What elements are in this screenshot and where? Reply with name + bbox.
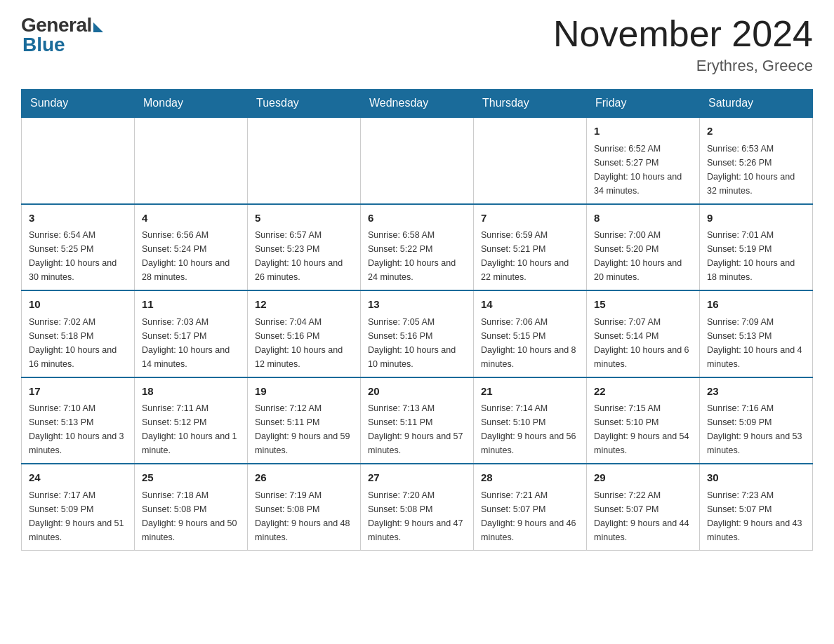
day-number: 2: [707, 123, 805, 140]
day-number: 20: [368, 384, 466, 400]
location-text: Erythres, Greece: [553, 57, 813, 75]
calendar-cell: 2Sunrise: 6:53 AMSunset: 5:26 PMDaylight…: [700, 117, 813, 204]
page-header: General Blue November 2024 Erythres, Gre…: [21, 14, 813, 75]
day-info: Sunrise: 7:00 AMSunset: 5:20 PMDaylight:…: [594, 228, 692, 284]
day-number: 22: [594, 384, 692, 400]
day-info: Sunrise: 7:02 AMSunset: 5:18 PMDaylight:…: [29, 315, 127, 371]
day-info: Sunrise: 7:07 AMSunset: 5:14 PMDaylight:…: [594, 315, 692, 371]
day-number: 25: [142, 470, 240, 486]
day-number: 10: [29, 297, 127, 313]
calendar-cell: 9Sunrise: 7:01 AMSunset: 5:19 PMDaylight…: [700, 204, 813, 291]
calendar-cell: 25Sunrise: 7:18 AMSunset: 5:08 PMDayligh…: [135, 464, 248, 550]
day-number: 4: [142, 210, 240, 227]
day-info: Sunrise: 7:11 AMSunset: 5:12 PMDaylight:…: [142, 401, 240, 457]
calendar-cell: 21Sunrise: 7:14 AMSunset: 5:10 PMDayligh…: [474, 377, 587, 464]
day-info: Sunrise: 7:19 AMSunset: 5:08 PMDaylight:…: [255, 488, 353, 544]
day-info: Sunrise: 6:58 AMSunset: 5:22 PMDaylight:…: [368, 228, 466, 284]
day-number: 8: [594, 210, 692, 227]
calendar-cell: [248, 117, 361, 204]
calendar-week-row: 17Sunrise: 7:10 AMSunset: 5:13 PMDayligh…: [22, 377, 813, 464]
calendar-cell: 4Sunrise: 6:56 AMSunset: 5:24 PMDaylight…: [135, 204, 248, 291]
calendar-cell: 6Sunrise: 6:58 AMSunset: 5:22 PMDaylight…: [361, 204, 474, 291]
calendar-cell: 17Sunrise: 7:10 AMSunset: 5:13 PMDayligh…: [22, 377, 135, 464]
day-info: Sunrise: 7:16 AMSunset: 5:09 PMDaylight:…: [707, 401, 805, 457]
day-number: 26: [255, 470, 353, 486]
day-number: 29: [594, 470, 692, 486]
calendar-cell: [22, 117, 135, 204]
day-number: 27: [368, 470, 466, 486]
day-info: Sunrise: 7:09 AMSunset: 5:13 PMDaylight:…: [707, 315, 805, 371]
day-number: 12: [255, 297, 353, 313]
calendar-cell: 18Sunrise: 7:11 AMSunset: 5:12 PMDayligh…: [135, 377, 248, 464]
month-title: November 2024: [553, 14, 813, 54]
day-number: 19: [255, 384, 353, 400]
calendar-cell: 22Sunrise: 7:15 AMSunset: 5:10 PMDayligh…: [587, 377, 700, 464]
calendar-cell: 15Sunrise: 7:07 AMSunset: 5:14 PMDayligh…: [587, 290, 700, 377]
calendar-cell: 30Sunrise: 7:23 AMSunset: 5:07 PMDayligh…: [700, 464, 813, 550]
day-number: 3: [29, 210, 127, 227]
day-info: Sunrise: 7:14 AMSunset: 5:10 PMDaylight:…: [481, 401, 579, 457]
calendar-cell: 19Sunrise: 7:12 AMSunset: 5:11 PMDayligh…: [248, 377, 361, 464]
day-number: 6: [368, 210, 466, 227]
day-number: 18: [142, 384, 240, 400]
calendar-cell: 1Sunrise: 6:52 AMSunset: 5:27 PMDaylight…: [587, 117, 700, 204]
day-number: 28: [481, 470, 579, 486]
day-number: 21: [481, 384, 579, 400]
calendar-cell: 13Sunrise: 7:05 AMSunset: 5:16 PMDayligh…: [361, 290, 474, 377]
day-number: 11: [142, 297, 240, 313]
day-number: 15: [594, 297, 692, 313]
day-number: 23: [707, 384, 805, 400]
day-info: Sunrise: 6:57 AMSunset: 5:23 PMDaylight:…: [255, 228, 353, 284]
day-number: 16: [707, 297, 805, 313]
calendar-cell: 3Sunrise: 6:54 AMSunset: 5:25 PMDaylight…: [22, 204, 135, 291]
calendar-cell: 28Sunrise: 7:21 AMSunset: 5:07 PMDayligh…: [474, 464, 587, 550]
day-number: 5: [255, 210, 353, 227]
day-info: Sunrise: 7:17 AMSunset: 5:09 PMDaylight:…: [29, 488, 127, 544]
day-info: Sunrise: 7:15 AMSunset: 5:10 PMDaylight:…: [594, 401, 692, 457]
calendar-cell: [361, 117, 474, 204]
calendar-cell: 29Sunrise: 7:22 AMSunset: 5:07 PMDayligh…: [587, 464, 700, 550]
day-info: Sunrise: 6:59 AMSunset: 5:21 PMDaylight:…: [481, 228, 579, 284]
calendar-header-wednesday: Wednesday: [361, 90, 474, 118]
calendar-week-row: 24Sunrise: 7:17 AMSunset: 5:09 PMDayligh…: [22, 464, 813, 550]
day-info: Sunrise: 7:20 AMSunset: 5:08 PMDaylight:…: [368, 488, 466, 544]
calendar-cell: [474, 117, 587, 204]
day-number: 17: [29, 384, 127, 400]
day-info: Sunrise: 7:13 AMSunset: 5:11 PMDaylight:…: [368, 401, 466, 457]
calendar-cell: 7Sunrise: 6:59 AMSunset: 5:21 PMDaylight…: [474, 204, 587, 291]
day-info: Sunrise: 7:04 AMSunset: 5:16 PMDaylight:…: [255, 315, 353, 371]
day-info: Sunrise: 7:06 AMSunset: 5:15 PMDaylight:…: [481, 315, 579, 371]
day-info: Sunrise: 7:18 AMSunset: 5:08 PMDaylight:…: [142, 488, 240, 544]
calendar-header-tuesday: Tuesday: [248, 90, 361, 118]
day-info: Sunrise: 6:53 AMSunset: 5:26 PMDaylight:…: [707, 142, 805, 198]
day-info: Sunrise: 7:05 AMSunset: 5:16 PMDaylight:…: [368, 315, 466, 371]
calendar-header-thursday: Thursday: [474, 90, 587, 118]
calendar-cell: 24Sunrise: 7:17 AMSunset: 5:09 PMDayligh…: [22, 464, 135, 550]
day-number: 9: [707, 210, 805, 227]
calendar-week-row: 3Sunrise: 6:54 AMSunset: 5:25 PMDaylight…: [22, 204, 813, 291]
calendar-cell: 5Sunrise: 6:57 AMSunset: 5:23 PMDaylight…: [248, 204, 361, 291]
day-info: Sunrise: 7:12 AMSunset: 5:11 PMDaylight:…: [255, 401, 353, 457]
day-info: Sunrise: 6:54 AMSunset: 5:25 PMDaylight:…: [29, 228, 127, 284]
calendar-week-row: 10Sunrise: 7:02 AMSunset: 5:18 PMDayligh…: [22, 290, 813, 377]
calendar-week-row: 1Sunrise: 6:52 AMSunset: 5:27 PMDaylight…: [22, 117, 813, 204]
day-number: 30: [707, 470, 805, 486]
day-info: Sunrise: 7:22 AMSunset: 5:07 PMDaylight:…: [594, 488, 692, 544]
day-info: Sunrise: 7:23 AMSunset: 5:07 PMDaylight:…: [707, 488, 805, 544]
calendar-cell: 23Sunrise: 7:16 AMSunset: 5:09 PMDayligh…: [700, 377, 813, 464]
calendar-cell: 12Sunrise: 7:04 AMSunset: 5:16 PMDayligh…: [248, 290, 361, 377]
day-info: Sunrise: 6:56 AMSunset: 5:24 PMDaylight:…: [142, 228, 240, 284]
calendar-header-friday: Friday: [587, 90, 700, 118]
calendar-cell: 11Sunrise: 7:03 AMSunset: 5:17 PMDayligh…: [135, 290, 248, 377]
title-area: November 2024 Erythres, Greece: [553, 14, 813, 75]
day-number: 14: [481, 297, 579, 313]
calendar-cell: 27Sunrise: 7:20 AMSunset: 5:08 PMDayligh…: [361, 464, 474, 550]
day-info: Sunrise: 7:10 AMSunset: 5:13 PMDaylight:…: [29, 401, 127, 457]
calendar-cell: 8Sunrise: 7:00 AMSunset: 5:20 PMDaylight…: [587, 204, 700, 291]
calendar-cell: 26Sunrise: 7:19 AMSunset: 5:08 PMDayligh…: [248, 464, 361, 550]
day-info: Sunrise: 6:52 AMSunset: 5:27 PMDaylight:…: [594, 142, 692, 198]
day-number: 24: [29, 470, 127, 486]
calendar-cell: 20Sunrise: 7:13 AMSunset: 5:11 PMDayligh…: [361, 377, 474, 464]
logo: General Blue: [21, 14, 103, 56]
calendar-cell: [135, 117, 248, 204]
